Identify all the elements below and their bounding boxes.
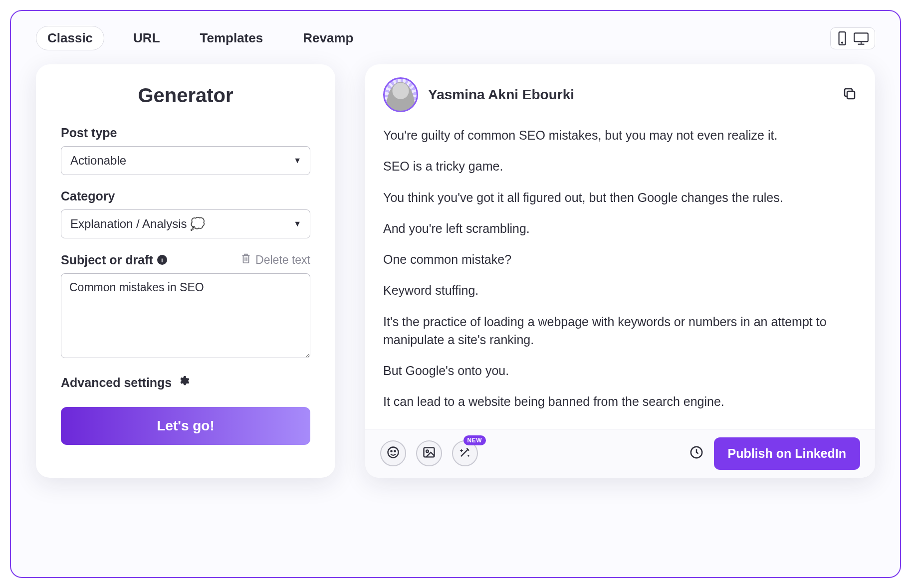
generator-panel: Generator Post type Actionable ▼ Categor… bbox=[36, 64, 335, 478]
post-type-label: Post type bbox=[61, 126, 310, 140]
info-icon[interactable]: i bbox=[157, 255, 167, 265]
mobile-preview-icon[interactable] bbox=[836, 31, 849, 46]
svg-point-13 bbox=[426, 450, 429, 452]
emoji-icon bbox=[386, 445, 400, 461]
trash-icon bbox=[240, 252, 251, 267]
subject-label: Subject or draft bbox=[61, 253, 153, 267]
post-paragraph: SEO is a tricky game. bbox=[383, 157, 857, 175]
gear-icon bbox=[178, 375, 190, 390]
post-paragraph: But Google's onto you. bbox=[383, 362, 857, 380]
author-name: Yasmina Akni Ebourki bbox=[428, 87, 832, 103]
post-type-select-wrap: Actionable ▼ bbox=[61, 146, 310, 175]
subject-label-wrap: Subject or draft i bbox=[61, 253, 167, 267]
advanced-settings-toggle[interactable]: Advanced settings bbox=[61, 375, 310, 390]
schedule-icon[interactable] bbox=[689, 445, 704, 462]
tab-revamp[interactable]: Revamp bbox=[292, 26, 364, 50]
post-paragraph: And you're left scrambling. bbox=[383, 219, 857, 237]
top-bar: Classic URL Templates Revamp bbox=[36, 26, 875, 50]
magic-wand-icon bbox=[458, 445, 472, 461]
delete-text-label: Delete text bbox=[255, 253, 310, 267]
post-paragraph: It can lead to a website being banned fr… bbox=[383, 392, 857, 410]
generator-title: Generator bbox=[61, 84, 310, 107]
post-type-select[interactable]: Actionable bbox=[61, 146, 310, 175]
category-select-wrap: Explanation / Analysis 💭 ▼ bbox=[61, 209, 310, 238]
new-badge: NEW bbox=[463, 435, 486, 445]
post-paragraph: Keyword stuffing. bbox=[383, 281, 857, 299]
category-select[interactable]: Explanation / Analysis 💭 bbox=[61, 209, 310, 238]
svg-point-11 bbox=[394, 451, 395, 452]
subject-textarea[interactable] bbox=[61, 273, 310, 358]
subject-row: Subject or draft i Delete text bbox=[61, 252, 310, 267]
post-footer: NEW Publish on LinkedIn bbox=[365, 429, 875, 478]
preview-panel: Yasmina Akni Ebourki You're guilty of co… bbox=[365, 64, 875, 478]
svg-rect-2 bbox=[854, 33, 868, 41]
mode-tabs: Classic URL Templates Revamp bbox=[36, 26, 364, 50]
tab-url[interactable]: URL bbox=[122, 26, 171, 50]
svg-rect-12 bbox=[424, 448, 435, 457]
svg-rect-8 bbox=[847, 91, 855, 99]
avatar bbox=[383, 77, 418, 112]
image-icon bbox=[422, 445, 436, 461]
svg-rect-5 bbox=[243, 256, 249, 263]
category-label: Category bbox=[61, 189, 310, 203]
app-frame: Classic URL Templates Revamp Generator P… bbox=[10, 10, 901, 578]
post-body: You're guilty of common SEO mistakes, bu… bbox=[365, 117, 875, 429]
tab-classic[interactable]: Classic bbox=[36, 26, 104, 50]
svg-point-10 bbox=[391, 451, 392, 452]
magic-button[interactable]: NEW bbox=[452, 440, 478, 466]
device-toggle bbox=[830, 27, 875, 49]
delete-text-button[interactable]: Delete text bbox=[240, 252, 310, 267]
copy-icon[interactable] bbox=[842, 86, 857, 103]
tab-templates[interactable]: Templates bbox=[189, 26, 274, 50]
main-row: Generator Post type Actionable ▼ Categor… bbox=[36, 64, 875, 478]
post-header: Yasmina Akni Ebourki bbox=[365, 64, 875, 117]
post-paragraph: One common mistake? bbox=[383, 250, 857, 268]
emoji-button[interactable] bbox=[380, 440, 406, 466]
post-paragraph: You're guilty of common SEO mistakes, bu… bbox=[383, 126, 857, 144]
image-button[interactable] bbox=[416, 440, 442, 466]
advanced-settings-label: Advanced settings bbox=[61, 376, 172, 390]
generate-button[interactable]: Let's go! bbox=[61, 407, 310, 445]
publish-button[interactable]: Publish on LinkedIn bbox=[714, 437, 861, 470]
desktop-preview-icon[interactable] bbox=[853, 31, 870, 46]
post-paragraph: It's the practice of loading a webpage w… bbox=[383, 313, 857, 349]
svg-point-9 bbox=[388, 447, 399, 458]
post-paragraph: You think you've got it all figured out,… bbox=[383, 189, 857, 206]
svg-point-1 bbox=[842, 42, 843, 43]
